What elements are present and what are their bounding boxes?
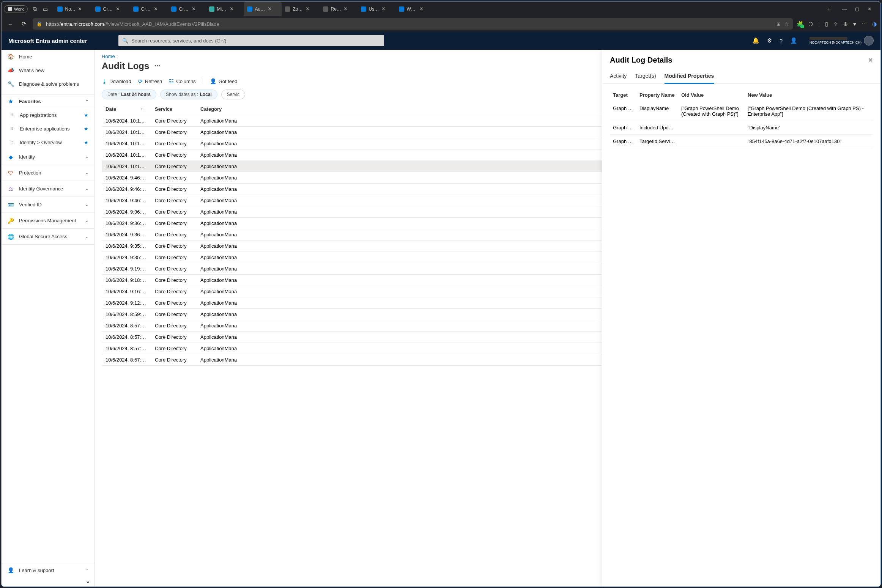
close-tab-icon[interactable]: ✕ [230, 6, 240, 12]
filter-date[interactable]: Date : Last 24 hours [102, 90, 156, 99]
split-screen-icon[interactable]: ▯ [825, 21, 828, 27]
close-tab-icon[interactable]: ✕ [116, 6, 126, 12]
browser-essentials-icon[interactable]: ♥ [853, 21, 856, 27]
browser-tab[interactable]: Register a✕ [320, 2, 358, 16]
sidebar-section[interactable]: 🔑Permissions Management⌄ [2, 213, 94, 229]
extension-icon[interactable]: 🧩 [797, 21, 803, 27]
favorite-star-icon[interactable]: ☆ [784, 21, 789, 27]
extensions-menu-icon[interactable]: ⬡ [808, 21, 813, 27]
filter-show-dates-as[interactable]: Show dates as : Local [160, 90, 217, 99]
section-icon: 🪪 [8, 202, 14, 208]
search-placeholder: Search resources, services, and docs (G+… [131, 38, 226, 44]
feedback-button[interactable]: 👤 Got feed [210, 78, 238, 84]
close-tab-icon[interactable]: ✕ [306, 6, 316, 12]
new-tab-button[interactable]: + [823, 6, 835, 13]
settings-menu-icon[interactable]: ⋯ [862, 21, 867, 27]
sidebar-section[interactable]: 🪪Verified ID⌄ [2, 197, 94, 213]
feedback-icon[interactable]: 👤 [790, 37, 797, 44]
browser-tab[interactable]: Zoom - M✕ [282, 2, 320, 16]
sidebar-fav-item[interactable]: ⠿App registrations★ [2, 108, 94, 122]
copilot-icon[interactable]: ◑ [872, 21, 877, 27]
close-tab-icon[interactable]: ✕ [343, 6, 354, 12]
maximize-button[interactable]: ▢ [855, 6, 859, 12]
favicon [133, 6, 139, 12]
cell-service: Core Directory [151, 218, 197, 229]
favorites-icon[interactable]: ✧ [833, 21, 838, 27]
workspaces-icon[interactable]: ⧉ [30, 6, 40, 12]
close-details-button[interactable]: ✕ [868, 57, 873, 64]
browser-tab[interactable]: Microsoft✕ [206, 2, 244, 16]
tab-label: Graph Pow [103, 6, 113, 12]
close-tab-icon[interactable]: ✕ [381, 6, 392, 12]
browser-tab[interactable]: Graph Pow✕ [130, 2, 168, 16]
property-row[interactable]: Graph Po...Included Updat..."DisplayName… [610, 121, 873, 135]
browser-tab[interactable]: Audit Log✕ [244, 2, 282, 16]
col-service[interactable]: Service [151, 103, 197, 115]
cell-target: Graph Po... [610, 102, 636, 121]
cell-service: Core Directory [151, 320, 197, 332]
cell-date: 10/6/2024, 9:18:44 PM [102, 275, 151, 286]
page-more-button[interactable]: ••• [154, 63, 161, 69]
favorite-star-icon[interactable]: ★ [84, 126, 88, 132]
close-tab-icon[interactable]: ✕ [419, 6, 430, 12]
cell-service: Core Directory [151, 184, 197, 195]
browser-tab[interactable]: NoCapTec✕ [54, 2, 92, 16]
filter-service[interactable]: Servic [221, 90, 245, 99]
browser-tabs: NoCapTec✕Graph Pow✕Graph Pow✕Graph Pow✕M… [54, 2, 822, 16]
tab-modified-properties[interactable]: Modified Properties [665, 71, 714, 84]
chevron-down-icon: ⌄ [85, 202, 88, 207]
collections-icon[interactable]: ⊕ [843, 21, 848, 27]
close-tab-icon[interactable]: ✕ [268, 6, 278, 12]
account-control[interactable]: NOCAPTECH (NOCAPTECH.CH) [810, 36, 874, 46]
tab-activity[interactable]: Activity [610, 71, 627, 84]
columns-button[interactable]: ☷ Columns [169, 78, 195, 84]
cell-service: Core Directory [151, 206, 197, 218]
favorite-star-icon[interactable]: ★ [84, 112, 88, 118]
nav-home[interactable]: 🏠 Home [2, 50, 94, 63]
settings-gear-icon[interactable]: ⚙ [767, 37, 772, 44]
sidebar-section[interactable]: ⚖Identity Governance⌄ [2, 181, 94, 197]
cell-date: 10/6/2024, 10:15:07 ... [102, 149, 151, 161]
notifications-icon[interactable]: 🔔 [752, 37, 759, 44]
sidebar-fav-item[interactable]: ⠿Enterprise applications★ [2, 122, 94, 135]
browser-tab[interactable]: Graph Pow✕ [168, 2, 206, 16]
browser-tab[interactable]: Graph Pow✕ [92, 2, 130, 16]
sidebar-fav-item[interactable]: ⠿Identity > Overview★ [2, 135, 94, 149]
property-row[interactable]: Graph Po...DisplayName["Graph PowerShell… [610, 102, 873, 121]
close-window-button[interactable]: ✕ [868, 6, 871, 12]
nav-learn-support[interactable]: 👤 Learn & support ⌃ [2, 563, 94, 577]
close-tab-icon[interactable]: ✕ [78, 6, 88, 12]
product-name[interactable]: Microsoft Entra admin center [8, 38, 118, 44]
close-tab-icon[interactable]: ✕ [192, 6, 202, 12]
favorite-star-icon[interactable]: ★ [84, 140, 88, 145]
nav-diagnose[interactable]: 🔧 Diagnose & solve problems [2, 77, 94, 91]
app-mode-icon[interactable]: ⊞ [776, 21, 781, 27]
sidebar-section[interactable]: 🛡Protection⌄ [2, 165, 94, 181]
breadcrumb-home[interactable]: Home [102, 53, 115, 59]
sidebar-section[interactable]: 🌐Global Secure Access⌄ [2, 229, 94, 245]
minimize-button[interactable]: — [842, 6, 847, 12]
close-tab-icon[interactable]: ✕ [154, 6, 164, 12]
property-row[interactable]: Graph Po...TargetId.Service..."854f145a-… [610, 135, 873, 148]
tab-actions-icon[interactable]: ▭ [40, 6, 51, 12]
sidebar: 🏠 Home 📣 What's new 🔧 Diagnose & solve p… [2, 50, 95, 586]
work-profile-badge[interactable]: Work [4, 5, 28, 13]
col-date[interactable]: Date ↑↓ [102, 103, 151, 115]
tab-targets[interactable]: Target(s) [635, 71, 656, 84]
url-box[interactable]: 🔒 https://entra.microsoft.com/#view/Micr… [33, 18, 793, 30]
lock-icon: 🔒 [36, 21, 42, 27]
cell-service: Core Directory [151, 332, 197, 343]
sidebar-section[interactable]: ◆Identity⌄ [2, 149, 94, 165]
cell-service: Core Directory [151, 195, 197, 206]
global-search[interactable]: 🔍 Search resources, services, and docs (… [118, 35, 384, 46]
help-icon[interactable]: ? [780, 38, 783, 44]
nav-whats-new[interactable]: 📣 What's new [2, 63, 94, 77]
collapse-sidebar-button[interactable]: « [87, 579, 89, 584]
browser-tab[interactable]: What's Th✕ [395, 2, 433, 16]
download-button[interactable]: ⭳ Download [102, 78, 131, 84]
browser-tab[interactable]: Users - M✕ [358, 2, 395, 16]
nav-favorites-header[interactable]: ★ Favorites ⌃ [2, 94, 94, 108]
refresh-button[interactable]: ⟳ [19, 20, 29, 27]
back-button[interactable]: ← [5, 21, 16, 27]
refresh-command-button[interactable]: ⟳ Refresh [138, 78, 162, 84]
